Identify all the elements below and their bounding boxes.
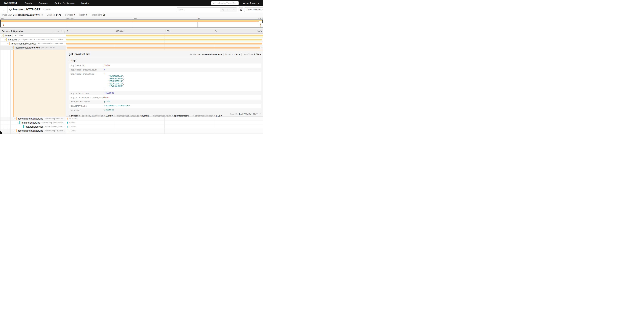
- duration-value: 2.67s: [56, 14, 61, 16]
- span-bar[interactable]: [68, 133, 68, 134]
- start-time-value: 8.58ms: [254, 53, 261, 56]
- minimap-tick: 666.89ms: [66, 17, 74, 19]
- span-row-partial[interactable]: [0, 133, 263, 134]
- span-bar[interactable]: [68, 130, 68, 132]
- tags-section-toggle[interactable]: Tags: [69, 59, 261, 62]
- row-collapse-chevron[interactable]: [0, 35, 3, 36]
- keyboard-shortcuts-button[interactable]: ⌘: [238, 8, 243, 12]
- row-collapse-chevron[interactable]: [17, 122, 20, 123]
- minimap-tick: 0μs: [1, 17, 4, 19]
- span-bar[interactable]: [66, 38, 262, 40]
- tag-row: otel.library.name recommendationservice: [69, 104, 261, 108]
- span-bar[interactable]: [67, 47, 260, 48]
- span-row-get-product-list[interactable]: recommendationservice get_product_list 2…: [0, 46, 263, 50]
- list-close-bracket: ]: [104, 88, 124, 90]
- span-row-recommendation-listrecommendations[interactable]: recommendationservice /hipstershop.Recom…: [0, 42, 263, 46]
- tag-value: false: [104, 64, 110, 68]
- next-result-chevron-down-icon[interactable]: [230, 8, 231, 10]
- span-bar[interactable]: [68, 126, 68, 128]
- nav-item-compare[interactable]: Compare: [38, 2, 48, 4]
- focus-target-icon[interactable]: [222, 9, 224, 10]
- span-color-accent-bar: [13, 50, 14, 117]
- tag-row: app.recommendation.cache_enabled true: [69, 95, 261, 100]
- service-color-bar: [16, 117, 17, 120]
- total-spans-value: 20: [103, 14, 105, 16]
- trace-start-value: October 22 2022, 22:10:09: [13, 14, 38, 16]
- prev-result-chevron-up-icon[interactable]: [226, 9, 228, 11]
- minimap-span: [0, 21, 256, 22]
- back-button[interactable]: ←: [0, 6, 8, 13]
- trace-id-lookup-input[interactable]: Lookup by Trace ID...: [211, 1, 238, 5]
- app-brand[interactable]: JAEGER UI: [4, 2, 17, 4]
- chevron-right-icon: [69, 115, 70, 116]
- trace-start-label: Trace Start: [2, 14, 12, 16]
- expand-all-icon[interactable]: [60, 31, 62, 32]
- about-jaeger-menu[interactable]: About Jaeger: [243, 2, 259, 4]
- service-name: featureflagservice: [25, 126, 44, 128]
- row-collapse-chevron[interactable]: [14, 118, 16, 119]
- collapse-one-icon[interactable]: [52, 30, 53, 33]
- trace-view-selector[interactable]: Trace Timeline: [244, 8, 263, 12]
- trace-title: frontend: HTTP GET: [13, 8, 40, 11]
- top-nav: JAEGER UI Search Compare System Architec…: [0, 0, 263, 6]
- tag-row: app.filtered_products.list [ "1YMWWN1N4O…: [69, 72, 261, 91]
- clear-find-icon[interactable]: ×: [233, 8, 234, 11]
- span-bar[interactable]: [67, 118, 68, 120]
- span-duration-label: 2.62s: [261, 46, 263, 49]
- span-bar[interactable]: [66, 34, 263, 36]
- minimap-left-drag-handle[interactable]: [0, 20, 1, 27]
- minimap-span: [3, 24, 4, 25]
- row-collapse-chevron[interactable]: [4, 39, 6, 40]
- span-bar[interactable]: [66, 43, 262, 44]
- tag-row: internal.span.format proto: [69, 100, 261, 104]
- expand-one-icon[interactable]: [55, 30, 56, 33]
- nav-item-monitor[interactable]: Monitor: [82, 2, 89, 4]
- minimap-span: [0, 20, 262, 21]
- depth-value: 7: [86, 14, 87, 16]
- tag-value: recommendationservice: [104, 104, 130, 108]
- duration-value: 2.62s: [234, 53, 240, 56]
- services-value: 4: [74, 14, 75, 16]
- column-resize-handle[interactable]: [64, 31, 65, 32]
- trace-id-lookup-placeholder: Lookup by Trace ID...: [216, 2, 236, 4]
- list-open-bracket: [: [104, 73, 124, 75]
- nav-item-system-architecture[interactable]: System Architecture: [54, 2, 74, 4]
- collapse-all-icon[interactable]: [58, 30, 59, 32]
- list-item: "2ZYFJ3GM2N": [108, 80, 123, 82]
- span-bar[interactable]: [67, 122, 68, 124]
- span-row-featureflag-repo-query[interactable]: featureflagservice featureflagservice.re…: [0, 125, 263, 129]
- service-color-bar: [3, 34, 4, 37]
- service-name: featureflagservice: [22, 121, 40, 124]
- row-collapse-chevron[interactable]: [7, 43, 10, 44]
- row-collapse-chevron[interactable]: [10, 47, 13, 48]
- ruler-tick: 2s: [215, 30, 217, 32]
- command-icon: ⌘: [240, 8, 242, 11]
- search-icon: [213, 2, 215, 4]
- span-row-frontend-grpc[interactable]: frontend grpc.hipstershop.Recommendation…: [0, 38, 263, 42]
- span-row-featureflagservice-call[interactable]: recommendationservice /hipstershop.Featu…: [0, 117, 263, 121]
- minimap-gap: [0, 28, 263, 29]
- nav-item-search[interactable]: Search: [24, 2, 32, 4]
- tag-row: app.filtered_products.count 8: [69, 68, 261, 72]
- minimap-time-labels: 0μs 666.89ms 1.33s 2s 2.67s: [0, 17, 263, 20]
- link-icon[interactable]: [259, 113, 261, 115]
- span-row-frontend-http-get[interactable]: frontend HTTP GET: [0, 34, 263, 38]
- minimap-right-drag-handle[interactable]: [262, 20, 263, 23]
- service-color-bar: [6, 38, 7, 41]
- operation-name: featureflagservice.repo.query:featurefla…: [45, 126, 66, 128]
- span-id: SpanID: 1ca2262df0e18447: [230, 113, 261, 115]
- tag-row: app.products.count 44530923: [69, 91, 261, 95]
- span-duration-label: 14.49ms: [69, 118, 77, 120]
- find-input[interactable]: Find...: [177, 8, 220, 12]
- tag-value: proto: [104, 100, 110, 104]
- trace-title-toggle[interactable]: frontend: HTTP GET 2f715fb: [8, 8, 50, 11]
- row-collapse-chevron[interactable]: [14, 130, 16, 131]
- depth-label: Depth: [80, 14, 85, 16]
- tag-key: app.cache_hit: [69, 64, 104, 68]
- span-row-featureflag-getflag[interactable]: featureflagservice /hipstershop.FeatureF…: [0, 121, 263, 125]
- duration-label: Duration: [47, 14, 55, 16]
- span-row-productcatalog-call[interactable]: recommendationservice /hipstershop.Produ…: [0, 129, 263, 133]
- minimap-canvas[interactable]: [0, 20, 263, 28]
- tag-key: app.recommendation.cache_enabled: [69, 95, 104, 100]
- operation-name: grpc.hipstershop.RecommendationService/L…: [18, 38, 66, 41]
